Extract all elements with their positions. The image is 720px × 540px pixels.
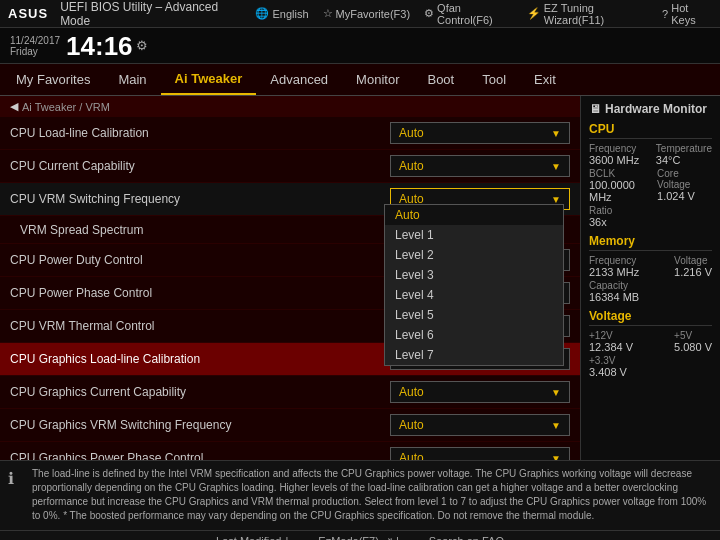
mem-capacity-label: Capacity [589,280,712,291]
dropdown-option-level3[interactable]: Level 3 [385,265,563,285]
v5-label: +5V [674,330,712,341]
setting-label: CPU VRM Thermal Control [10,319,390,333]
mem-voltage-label: Voltage [674,255,712,266]
pipe-divider: | [285,535,288,541]
cpu-ratio-value: 36x [589,216,712,228]
setting-label: VRM Spread Spectrum [20,223,390,237]
cpu-temp-value: 34°C [656,154,712,166]
bottom-bar: Last Modified | EzMode(F7) ⇥ | Search on… [0,530,720,540]
hotkeys-btn[interactable]: ? Hot Keys [662,2,712,26]
dropdown-value: Auto [399,126,424,140]
dropdown-cpu-load-line[interactable]: Auto ▼ [390,122,570,144]
v5-value: 5.080 V [674,341,712,353]
fan-icon: ⚙ [424,7,434,20]
ezmode-item[interactable]: EzMode(F7) ⇥ | [318,534,398,540]
setting-label: CPU Power Duty Control [10,253,390,267]
v33-label: +3.3V [589,355,712,366]
cpu-bclk-row: BCLK 100.0000 MHz Core Voltage 1.024 V [589,168,712,203]
cpu-ratio-label: Ratio [589,205,712,216]
info-bar: ℹ The load-line is defined by the Intel … [0,460,720,530]
setting-label: CPU Load-line Calibration [10,126,390,140]
dropdown-value: Auto [399,385,424,399]
mem-voltage-value: 1.216 V [674,266,712,278]
cpu-freq-label: Frequency [589,143,639,154]
tab-advanced[interactable]: Advanced [256,64,342,95]
dropdown-option-level5[interactable]: Level 5 [385,305,563,325]
dropdown-option-auto[interactable]: Auto [385,205,563,225]
setting-cpu-graphics-power-phase[interactable]: CPU Graphics Power Phase Control Auto ▼ [0,442,580,460]
setting-label: CPU Current Capability [10,159,390,173]
date-value: 11/24/2017 [10,35,60,46]
last-modified-label: Last Modified [216,535,281,541]
time-settings-icon[interactable]: ⚙ [136,38,148,53]
language-label: English [272,8,308,20]
dropdown-option-level7[interactable]: Level 7 [385,345,563,365]
hardware-monitor-panel: 🖥 Hardware Monitor CPU Frequency 3600 MH… [580,96,720,460]
tab-main[interactable]: Main [104,64,160,95]
dropdown-cpu-current[interactable]: Auto ▼ [390,155,570,177]
setting-cpu-graphics-vrm[interactable]: CPU Graphics VRM Switching Frequency Aut… [0,409,580,442]
myfavorites-btn[interactable]: ☆ MyFavorite(F3) [323,7,411,20]
dropdown-open-menu: Auto Level 1 Level 2 Level 3 Level 4 Lev… [384,204,564,366]
dropdown-cpu-graphics-vrm[interactable]: Auto ▼ [390,414,570,436]
setting-cpu-graphics-current[interactable]: CPU Graphics Current Capability Auto ▼ [0,376,580,409]
dropdown-cpu-graphics-current[interactable]: Auto ▼ [390,381,570,403]
section-header: ◀ Ai Tweaker / VRM [0,96,580,117]
setting-value[interactable]: Auto ▼ [390,414,570,436]
day-value: Friday [10,46,60,57]
setting-label: CPU Graphics Current Capability [10,385,390,399]
tab-exit[interactable]: Exit [520,64,570,95]
tab-monitor[interactable]: Monitor [342,64,413,95]
dropdown-option-level6[interactable]: Level 6 [385,325,563,345]
dropdown-option-level2[interactable]: Level 2 [385,245,563,265]
setting-value[interactable]: Auto ▼ [390,155,570,177]
chevron-down-icon: ▼ [551,161,561,172]
setting-value[interactable]: Auto ▼ [390,381,570,403]
chevron-down-icon: ▼ [551,387,561,398]
mem-freq-value: 2133 MHz [589,266,639,278]
v33-value: 3.408 V [589,366,712,378]
section-arrow: ◀ [10,100,18,113]
setting-label: CPU Graphics VRM Switching Frequency [10,418,390,432]
info-text: The load-line is defined by the Intel VR… [32,467,712,523]
left-panel: ◀ Ai Tweaker / VRM CPU Load-line Calibra… [0,96,580,460]
chevron-down-icon: ▼ [551,128,561,139]
dropdown-option-level1[interactable]: Level 1 [385,225,563,245]
chevron-down-icon: ▼ [551,194,561,205]
tab-tool[interactable]: Tool [468,64,520,95]
cpu-bclk-value: 100.0000 MHz [589,179,657,203]
setting-cpu-current-capability[interactable]: CPU Current Capability Auto ▼ [0,150,580,183]
cpu-freq-value: 3600 MHz [589,154,639,166]
datetime-bar: 11/24/2017 Friday 14:16 ⚙ [0,28,720,64]
dropdown-option-level4[interactable]: Level 4 [385,285,563,305]
cpu-bclk-label: BCLK [589,168,657,179]
tab-my-favorites[interactable]: My Favorites [2,64,104,95]
nav-tabs: My Favorites Main Ai Tweaker Advanced Mo… [0,64,720,96]
last-modified-item[interactable]: Last Modified | [216,535,288,541]
setting-value[interactable]: Auto ▼ [390,447,570,460]
search-faq-item[interactable]: Search on FAQ [429,535,504,541]
date-display: 11/24/2017 Friday [10,35,60,57]
eztuning-btn[interactable]: ⚡ EZ Tuning Wizard(F11) [527,2,648,26]
tab-ai-tweaker[interactable]: Ai Tweaker [161,64,257,95]
monitor-icon: 🖥 [589,102,601,116]
setting-cpu-load-line[interactable]: CPU Load-line Calibration Auto ▼ [0,117,580,150]
top-bar: ASUS UEFI BIOS Utility – Advanced Mode 🌐… [0,0,720,28]
dropdown-value: Auto [399,159,424,173]
cpu-freq-row: Frequency 3600 MHz Temperature 34°C [589,143,712,166]
cpu-core-voltage-label: Core Voltage [657,168,712,190]
setting-value[interactable]: Auto ▼ [390,122,570,144]
main-layout: ◀ Ai Tweaker / VRM CPU Load-line Calibra… [0,96,720,460]
tab-boot[interactable]: Boot [413,64,468,95]
dropdown-cpu-graphics-power-phase[interactable]: Auto ▼ [390,447,570,460]
hotkeys-icon: ? [662,8,668,20]
language-selector[interactable]: 🌐 English [255,7,308,20]
hotkeys-label: Hot Keys [671,2,712,26]
qfan-btn[interactable]: ⚙ Qfan Control(F6) [424,2,513,26]
star-icon: ☆ [323,7,333,20]
search-faq-label: Search on FAQ [429,535,504,541]
cpu-core-voltage-value: 1.024 V [657,190,712,202]
chevron-down-icon: ▼ [551,420,561,431]
time-display: 14:16 [66,33,133,59]
voltage-section-title: Voltage [589,309,712,326]
